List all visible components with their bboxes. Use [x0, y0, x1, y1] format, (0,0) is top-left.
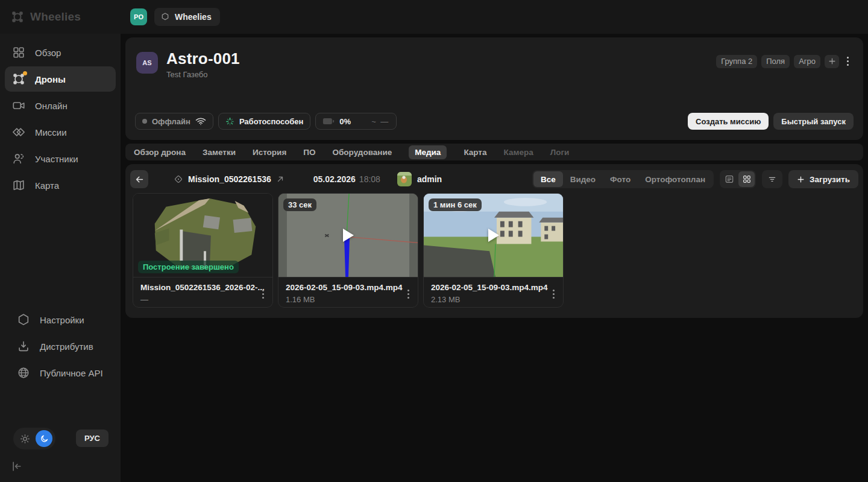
- back-button[interactable]: [130, 170, 148, 188]
- wifi-icon: [195, 117, 206, 125]
- hexagon-icon: [160, 12, 170, 22]
- orthophoto-thumbnail[interactable]: Построение завершено: [133, 194, 272, 277]
- battery-percent: 0%: [339, 117, 351, 126]
- build-status-badge: Построение завершено: [138, 261, 239, 273]
- sidebar-item-public-api[interactable]: Публичное API: [10, 360, 111, 385]
- card-footer: 2026-02-05_15-09-03.mp4.mp4 1.16 MB: [278, 277, 418, 304]
- sidebar-item-distributive[interactable]: Дистрибутив: [10, 334, 111, 359]
- theme-toggle[interactable]: [13, 428, 55, 449]
- tab-equipment[interactable]: Оборудование: [333, 148, 392, 157]
- upload-label: Загрузить: [810, 175, 850, 184]
- sidebar-item-missions[interactable]: Миссии: [5, 119, 116, 145]
- app-root: Wheelies PO Wheelies Обзор: [0, 0, 868, 482]
- globe-icon: [17, 366, 30, 379]
- app-logo: Wheelies: [0, 10, 121, 24]
- drones-notification-dot: [23, 71, 27, 75]
- tab-notes[interactable]: Заметки: [203, 148, 236, 157]
- sidebar-item-label: Публичное API: [40, 368, 103, 378]
- grid-icon: [12, 46, 25, 59]
- card-footer: Mission_0502261536_2026-02-... —: [133, 277, 272, 304]
- video-thumbnail[interactable]: 1 мин 6 сек: [424, 194, 563, 277]
- download-icon: [17, 340, 30, 353]
- mission-diamond-icon: [174, 174, 183, 184]
- filter-video[interactable]: Видео: [563, 171, 603, 187]
- tag-group[interactable]: Группа 2: [716, 55, 757, 68]
- tab-logs: Логи: [550, 148, 570, 157]
- create-mission-button[interactable]: Создать миссию: [688, 113, 769, 130]
- battery-extra: ~ —: [371, 117, 389, 126]
- add-tag-button[interactable]: [825, 55, 839, 68]
- logo-text: Wheelies: [30, 10, 81, 24]
- card-menu-button[interactable]: [404, 287, 413, 301]
- card-menu-button[interactable]: [549, 287, 558, 301]
- sidebar-item-members[interactable]: Участники: [5, 146, 116, 171]
- duration-badge: 1 мин 6 сек: [429, 198, 482, 211]
- quick-launch-button[interactable]: Быстрый запуск: [773, 113, 854, 130]
- hexagon-settings-icon: [17, 313, 30, 326]
- grid-view-icon[interactable]: [738, 171, 755, 187]
- org-badge[interactable]: PO: [130, 8, 147, 25]
- health-spinner-icon: [225, 117, 234, 126]
- media-date: 05.02.2026: [313, 174, 356, 184]
- sidebar-item-online[interactable]: Онлайн: [5, 93, 116, 118]
- sidebar-item-label: Настройки: [40, 315, 84, 325]
- sidebar-item-overview[interactable]: Обзор: [5, 40, 116, 65]
- sidebar-item-label: Дроны: [35, 74, 66, 84]
- mission-link[interactable]: Mission_0502261536: [174, 174, 285, 184]
- file-size: 1.16 MB: [286, 295, 410, 304]
- sidebar-bottom: РУС: [0, 424, 121, 482]
- card-footer: 2026-02-05_15-09-03.mp4.mp4 2.13 MB: [424, 277, 563, 304]
- tab-map[interactable]: Карта: [464, 148, 486, 157]
- drone-menu-button[interactable]: [843, 54, 852, 68]
- user-name: admin: [417, 174, 442, 184]
- sidebar-footer-nav: Настройки Дистрибутив: [5, 301, 116, 385]
- tag-agro[interactable]: Агро: [794, 55, 820, 68]
- sidebar-item-map[interactable]: Карта: [5, 173, 116, 198]
- view-toggle: [720, 170, 756, 188]
- video-thumbnail[interactable]: 33 сек: [278, 194, 418, 277]
- card-menu-button[interactable]: [259, 287, 268, 301]
- duration-badge: 33 сек: [283, 198, 316, 211]
- battery-icon: [322, 118, 335, 125]
- filter-photo[interactable]: Фото: [603, 171, 638, 187]
- file-name: Mission_0502261536_2026-02-...: [140, 283, 265, 292]
- filter-orthophoto[interactable]: Ортофотоплан: [638, 171, 712, 187]
- org-selector[interactable]: Wheelies: [154, 8, 220, 26]
- health-status-pill: Работоспособен: [218, 113, 310, 130]
- drone-header-panel: AS Astro-001 Test Газебо Группа 2 Поля А…: [125, 37, 863, 140]
- tab-software[interactable]: ПО: [303, 148, 315, 157]
- tab-media[interactable]: Медиа: [409, 145, 447, 159]
- moon-icon[interactable]: [36, 430, 52, 447]
- tag-fields[interactable]: Поля: [761, 55, 790, 68]
- file-name: 2026-02-05_15-09-03.mp4.mp4: [431, 283, 556, 292]
- upload-button[interactable]: Загрузить: [788, 170, 858, 188]
- battery-status-pill: 0% ~ —: [315, 113, 397, 130]
- sidebar-item-label: Миссии: [35, 127, 67, 138]
- topbar: Wheelies PO Wheelies: [0, 0, 868, 34]
- sidebar-item-label: Дистрибутив: [40, 341, 93, 352]
- list-view-icon[interactable]: [721, 171, 737, 187]
- media-grid: Построение завершено Mission_0502261536_…: [125, 188, 863, 308]
- sidebar-nav: Обзор Дроны: [0, 34, 121, 198]
- file-name: 2026-02-05_15-09-03.mp4.mp4: [286, 283, 410, 292]
- main-content: AS Astro-001 Test Газебо Группа 2 Поля А…: [121, 34, 868, 482]
- media-datetime: 05.02.202618:08: [313, 174, 380, 184]
- media-time: 18:08: [359, 174, 380, 184]
- sidebar-item-settings[interactable]: Настройки: [10, 307, 111, 332]
- sidebar-item-label: Обзор: [35, 48, 61, 58]
- tab-drone-overview[interactable]: Обзор дрона: [134, 148, 186, 157]
- collapse-sidebar-icon[interactable]: [11, 460, 23, 472]
- media-card-orthophoto: Построение завершено Mission_0502261536_…: [133, 193, 273, 308]
- drone-subtitle: Test Газебо: [166, 70, 240, 79]
- user-avatar: [397, 172, 412, 186]
- filter-all[interactable]: Все: [533, 171, 563, 187]
- language-button[interactable]: РУС: [76, 430, 108, 447]
- media-user: admin: [397, 172, 442, 186]
- sidebar-item-drones[interactable]: Дроны: [5, 66, 116, 92]
- sort-filter-button[interactable]: [762, 170, 782, 188]
- sun-icon[interactable]: [16, 430, 33, 447]
- external-link-icon[interactable]: [276, 175, 285, 183]
- tab-history[interactable]: История: [253, 148, 286, 157]
- play-icon: [343, 229, 354, 242]
- tab-camera: Камера: [504, 148, 533, 157]
